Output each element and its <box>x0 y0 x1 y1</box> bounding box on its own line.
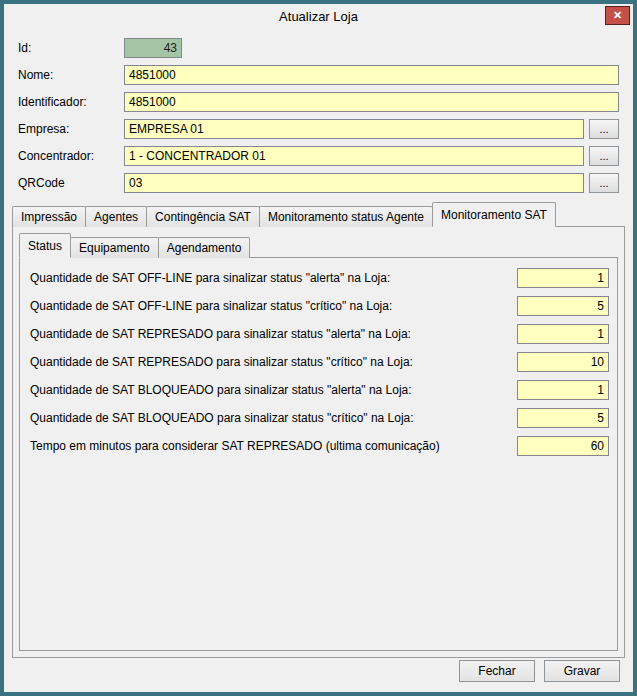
qrcode-field[interactable] <box>124 173 584 193</box>
status-row-label: Quantidade de SAT BLOQUEADO para sinaliz… <box>30 383 420 397</box>
status-row-label: Quantidade de SAT BLOQUEADO para sinaliz… <box>30 411 422 425</box>
represado-alerta-field[interactable] <box>517 324 609 344</box>
status-row-label: Tempo em minutos para considerar SAT REP… <box>30 439 448 453</box>
status-row-offline-alerta: Quantidade de SAT OFF-LINE para sinaliza… <box>30 268 609 288</box>
title-bar[interactable]: Atualizar Loja ✕ <box>4 4 633 29</box>
qrcode-browse-button[interactable]: ... <box>589 173 619 193</box>
status-row-label: Quantidade de SAT OFF-LINE para sinaliza… <box>30 271 398 285</box>
concentrador-field[interactable] <box>124 146 584 166</box>
form-row-concentrador: Concentrador: ... <box>18 146 619 166</box>
status-row-represado-critico: Quantidade de SAT REPRESADO para sinaliz… <box>30 352 609 372</box>
form-row-qrcode: QRCode ... <box>18 173 619 193</box>
nome-label: Nome: <box>18 68 124 82</box>
id-label: Id: <box>18 41 124 55</box>
fechar-button[interactable]: Fechar <box>459 660 535 682</box>
concentrador-browse-button[interactable]: ... <box>589 146 619 166</box>
form-row-nome: Nome: <box>18 65 619 85</box>
nome-field[interactable] <box>124 65 619 85</box>
tempo-represado-field[interactable] <box>517 436 609 456</box>
tab-agendamento[interactable]: Agendamento <box>158 237 251 258</box>
identificador-field[interactable] <box>124 92 619 112</box>
form-row-identificador: Identificador: <box>18 92 619 112</box>
tab-impressao[interactable]: Impressão <box>12 206 86 227</box>
tab-monitoramento-status-agente[interactable]: Monitoramento status Agente <box>259 206 433 227</box>
offline-critico-field[interactable] <box>517 296 609 316</box>
offline-alerta-field[interactable] <box>517 268 609 288</box>
form-row-empresa: Empresa: ... <box>18 119 619 139</box>
inner-tabstrip: Status Equipamento Agendamento <box>19 233 618 257</box>
id-field[interactable] <box>124 38 182 58</box>
status-row-tempo-represado: Tempo em minutos para considerar SAT REP… <box>30 436 609 456</box>
store-form: Id: Nome: Identificador: Empresa: ... Co… <box>4 29 633 202</box>
gravar-button[interactable]: Gravar <box>544 660 620 682</box>
bloqueado-alerta-field[interactable] <box>517 380 609 400</box>
status-row-label: Quantidade de SAT OFF-LINE para sinaliza… <box>30 299 400 313</box>
empresa-label: Empresa: <box>18 122 124 136</box>
tab-contingencia-sat[interactable]: Contingência SAT <box>146 206 260 227</box>
outer-tabstrip: Impressão Agentes Contingência SAT Monit… <box>4 202 633 226</box>
monitoramento-sat-panel: Status Equipamento Agendamento Quantidad… <box>12 226 625 658</box>
tab-monitoramento-sat[interactable]: Monitoramento SAT <box>432 202 556 227</box>
status-row-bloqueado-critico: Quantidade de SAT BLOQUEADO para sinaliz… <box>30 408 609 428</box>
concentrador-label: Concentrador: <box>18 149 124 163</box>
status-row-represado-alerta: Quantidade de SAT REPRESADO para sinaliz… <box>30 324 609 344</box>
close-icon[interactable]: ✕ <box>605 6 630 25</box>
represado-critico-field[interactable] <box>517 352 609 372</box>
empresa-browse-button[interactable]: ... <box>589 119 619 139</box>
tab-equipamento[interactable]: Equipamento <box>70 237 159 258</box>
tab-status[interactable]: Status <box>19 233 71 258</box>
empresa-field[interactable] <box>124 119 584 139</box>
form-row-id: Id: <box>18 38 619 58</box>
dialog-atualizar-loja: Atualizar Loja ✕ Id: Nome: Identificador… <box>0 0 637 696</box>
identificador-label: Identificador: <box>18 95 124 109</box>
status-panel: Quantidade de SAT OFF-LINE para sinaliza… <box>19 257 618 651</box>
status-row-bloqueado-alerta: Quantidade de SAT BLOQUEADO para sinaliz… <box>30 380 609 400</box>
dialog-title: Atualizar Loja <box>279 9 358 24</box>
bloqueado-critico-field[interactable] <box>517 408 609 428</box>
dialog-footer: Fechar Gravar <box>4 658 633 692</box>
status-row-offline-critico: Quantidade de SAT OFF-LINE para sinaliza… <box>30 296 609 316</box>
tab-agentes[interactable]: Agentes <box>85 206 147 227</box>
status-row-label: Quantidade de SAT REPRESADO para sinaliz… <box>30 327 419 341</box>
qrcode-label: QRCode <box>18 176 124 190</box>
status-row-label: Quantidade de SAT REPRESADO para sinaliz… <box>30 355 421 369</box>
